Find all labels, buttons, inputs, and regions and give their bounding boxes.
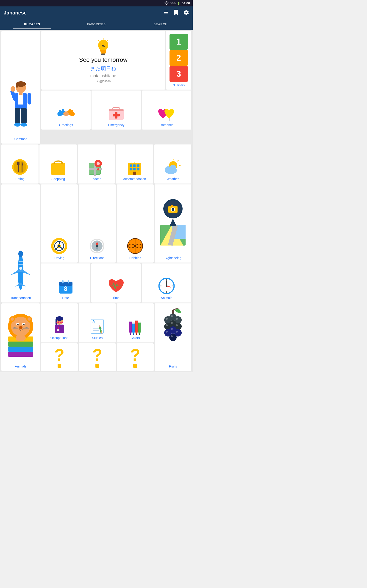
middle-right: Driving Directions <box>41 184 191 303</box>
weather-label: Weather <box>167 177 179 181</box>
top-bar: Japanese <box>0 6 193 19</box>
romance-icon <box>157 106 176 122</box>
suggestion-section: See you tomorrow また明日ね mata ashitane Sug… <box>41 31 191 144</box>
category-date[interactable]: 8 Date <box>41 263 90 303</box>
svg-text:★★★★★: ★★★★★ <box>131 162 139 164</box>
suggestion-english: See you tomorrow <box>79 56 127 63</box>
svg-rect-144 <box>57 329 59 331</box>
category-health[interactable]: Time <box>91 263 141 303</box>
svg-line-66 <box>177 160 178 161</box>
svg-point-82 <box>58 245 60 247</box>
category-animals[interactable]: Common Animals <box>1 303 40 371</box>
svg-text:A: A <box>92 319 95 323</box>
tab-favorites[interactable]: FAVORITES <box>64 19 128 29</box>
svg-rect-158 <box>132 322 135 333</box>
svg-rect-99 <box>171 205 173 207</box>
battery-text: 53% <box>170 2 175 5</box>
places-icon <box>88 158 105 176</box>
tab-phrases[interactable]: PHRASES <box>0 19 64 29</box>
svg-point-135 <box>19 334 22 337</box>
svg-rect-7 <box>16 83 18 87</box>
bookmark-icon[interactable] <box>173 10 179 16</box>
unknown-category-1[interactable]: ? <box>41 343 78 371</box>
category-time[interactable]: Animals <box>142 263 191 303</box>
svg-point-98 <box>172 208 174 211</box>
category-weather[interactable]: Weather <box>154 145 191 183</box>
category-hobbies[interactable]: Hobbies <box>117 184 154 262</box>
svg-rect-12 <box>27 93 31 104</box>
driving-icon <box>51 237 68 255</box>
svg-point-47 <box>61 162 63 164</box>
svg-point-177 <box>169 334 177 341</box>
category-emergency[interactable]: Emergency <box>92 90 141 130</box>
fruits-label: Fruits <box>169 364 177 368</box>
suggestion-row: See you tomorrow また明日ね mata ashitane Sug… <box>41 31 191 90</box>
svg-rect-160 <box>132 322 135 324</box>
category-fruits[interactable]: Fruits <box>155 303 191 371</box>
svg-rect-164 <box>138 321 141 333</box>
weather-icon <box>164 158 181 176</box>
person-icon <box>8 81 33 136</box>
svg-point-72 <box>18 251 23 257</box>
eating-icon <box>11 158 29 176</box>
category-directions[interactable]: Directions <box>79 184 116 262</box>
category-sightseeing[interactable]: Sightseeing <box>155 184 191 262</box>
svg-point-178 <box>171 315 173 317</box>
health-label: Time <box>113 296 120 300</box>
svg-rect-155 <box>129 321 132 333</box>
svg-rect-43 <box>19 162 19 165</box>
svg-point-13 <box>10 86 15 92</box>
svg-point-134 <box>22 335 25 338</box>
category-places[interactable]: Places <box>78 145 115 183</box>
list-icon[interactable] <box>163 10 169 16</box>
category-greetings[interactable]: Greetings <box>41 90 91 130</box>
time-label: Animals <box>161 296 172 300</box>
category-colors[interactable]: Colors <box>117 303 154 342</box>
svg-rect-115 <box>8 342 33 346</box>
category-shopping[interactable]: Shopping <box>40 145 77 183</box>
svg-point-133 <box>16 335 19 338</box>
category-eating[interactable]: Eating <box>1 145 39 183</box>
svg-rect-42 <box>17 162 18 165</box>
animals-label-text: Animals <box>15 364 26 368</box>
unknown-category-3[interactable]: ? <box>117 343 154 371</box>
unknown-category-2[interactable]: ? <box>79 343 116 371</box>
status-bar: 53% 🔋 04:06 <box>0 0 193 6</box>
svg-rect-41 <box>18 162 19 172</box>
accommodation-label: Accommodation <box>123 177 146 181</box>
category-occupations[interactable]: Occupations <box>41 303 78 342</box>
occupations-label: Occupations <box>50 336 68 340</box>
svg-point-182 <box>166 324 168 326</box>
svg-rect-56 <box>130 164 132 167</box>
category-driving[interactable]: Driving <box>41 184 78 262</box>
category-numbers[interactable]: 1 2 3 Numbers <box>166 31 191 90</box>
suggestion-card[interactable]: See you tomorrow また明日ね mata ashitane Sug… <box>41 31 165 90</box>
svg-point-112 <box>166 285 167 287</box>
svg-marker-165 <box>138 333 141 335</box>
battery-icon: 🔋 <box>177 2 180 5</box>
svg-rect-163 <box>135 320 138 321</box>
top-section: Common <box>1 31 191 144</box>
category-studies[interactable]: A Studies <box>79 303 116 342</box>
svg-rect-59 <box>130 168 132 170</box>
svg-rect-167 <box>172 310 174 314</box>
svg-rect-45 <box>51 163 65 175</box>
lion-icon <box>6 303 35 363</box>
category-common[interactable]: Common <box>1 31 40 144</box>
category-romance[interactable]: Romance <box>142 90 191 130</box>
category-accommodation[interactable]: ★★★★★ Accommodation <box>116 145 153 183</box>
svg-line-23 <box>98 40 100 41</box>
svg-rect-14 <box>15 108 20 124</box>
svg-rect-166 <box>138 321 141 323</box>
occupations-icon <box>51 316 67 335</box>
svg-point-183 <box>176 324 178 326</box>
category-transportation[interactable]: Transportation <box>1 184 40 303</box>
tab-search[interactable]: SEARCH <box>128 19 193 29</box>
colors-icon <box>127 317 144 335</box>
sightseeing-label: Sightseeing <box>165 256 181 260</box>
svg-rect-113 <box>8 352 33 357</box>
settings-icon[interactable] <box>184 10 189 16</box>
svg-point-184 <box>171 328 173 330</box>
health-icon <box>108 277 125 295</box>
svg-point-185 <box>166 331 168 333</box>
